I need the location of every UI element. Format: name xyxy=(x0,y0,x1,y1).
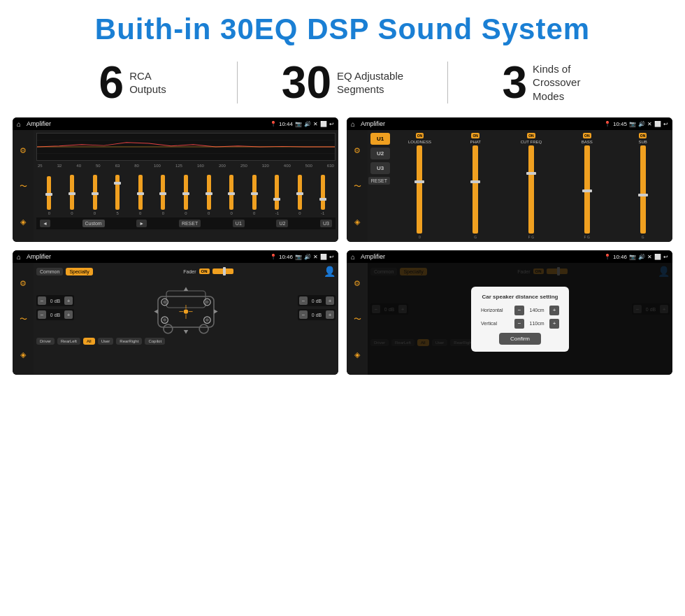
eq-icon-4[interactable]: ⚙ xyxy=(354,279,361,288)
speaker-icon-2[interactable]: ◈ xyxy=(354,217,360,227)
stat-rca-desc: RCA Outputs xyxy=(129,69,166,96)
eq-u2-btn[interactable]: U2 xyxy=(276,220,288,227)
eq-slider-2: 0 xyxy=(93,175,97,215)
eq-next-btn[interactable]: ► xyxy=(136,220,147,227)
db-minus-bl[interactable]: − xyxy=(38,310,46,319)
fader-copilot-btn[interactable]: Copilot xyxy=(145,338,165,345)
distance-sidebar: ⚙ 〜 ◈ xyxy=(347,263,368,375)
fader-all-btn[interactable]: All xyxy=(83,338,95,345)
stat-eq-number: 30 xyxy=(282,60,331,105)
fader-user-btn[interactable]: User xyxy=(98,338,114,345)
crossover-sliders: ON LOUDNESS 0 ON PHAT G xyxy=(393,133,670,239)
eq-track-9[interactable] xyxy=(252,175,257,210)
distance-body: ⚙ 〜 ◈ Common Specialty Fader ON 👤 xyxy=(347,263,672,375)
home-icon[interactable]: ⌂ xyxy=(17,120,21,128)
speaker-icon-4[interactable]: ◈ xyxy=(354,350,360,359)
vertical-ctrl: − 110cm + xyxy=(514,319,559,329)
crossover-status-bar: ⌂ Amplifier 📍 10:45 📷 🔊 ✕ ⬜ ↩ xyxy=(347,117,672,130)
eq-track-12[interactable] xyxy=(321,175,325,210)
phat-track[interactable] xyxy=(473,145,478,234)
wave-icon-4[interactable]: 〜 xyxy=(354,314,361,324)
eq-slider-6: 0 xyxy=(184,175,188,215)
db-minus-br[interactable]: − xyxy=(299,310,308,319)
eq-track-4[interactable] xyxy=(138,175,143,210)
bass-track[interactable] xyxy=(584,145,590,234)
fader-rearleft-btn[interactable]: RearLeft xyxy=(57,338,80,345)
stat-crossover-number: 3 xyxy=(503,60,528,105)
close-icon-4: ✕ xyxy=(647,254,652,260)
sub-on[interactable]: ON xyxy=(639,133,647,138)
phat-on[interactable]: ON xyxy=(471,133,480,138)
db-plus-tr[interactable]: + xyxy=(326,296,334,305)
eq-track-8[interactable] xyxy=(229,175,233,210)
wave-icon-2[interactable]: 〜 xyxy=(354,181,361,192)
eq-icon-2[interactable]: ⚙ xyxy=(354,146,361,155)
fader-driver-btn[interactable]: Driver xyxy=(36,338,55,345)
preset-u2[interactable]: U2 xyxy=(370,148,390,159)
eq-icon-3[interactable]: ⚙ xyxy=(20,279,27,288)
eq-slider-8: 0 xyxy=(229,175,233,215)
eq-track-2[interactable] xyxy=(93,175,97,210)
db-plus-br[interactable]: + xyxy=(326,310,334,319)
vertical-minus-btn[interactable]: − xyxy=(514,319,524,329)
distance-status-bar: ⌂ Amplifier 📍 10:46 📷 🔊 ✕ ⬜ ↩ xyxy=(347,250,672,263)
eq-slider-7: 0 xyxy=(207,175,211,215)
cutfreq-track[interactable] xyxy=(528,145,534,234)
eq-prev-btn[interactable]: ◄ xyxy=(40,220,50,227)
eq-track-7[interactable] xyxy=(207,175,211,210)
preset-u3[interactable]: U3 xyxy=(370,162,390,174)
eq-track-1[interactable] xyxy=(70,175,74,210)
vertical-plus-btn[interactable]: + xyxy=(549,319,559,329)
eq-track-11[interactable] xyxy=(298,175,302,210)
fader-on-btn[interactable]: ON xyxy=(199,268,210,274)
bass-on[interactable]: ON xyxy=(583,133,591,138)
close-icon-2: ✕ xyxy=(647,121,652,127)
fader-rearright-btn[interactable]: RearRight xyxy=(116,338,142,345)
back-icon-3: ↩ xyxy=(329,254,334,260)
home-icon-3[interactable]: ⌂ xyxy=(17,253,21,261)
eq-custom-btn[interactable]: Custom xyxy=(82,220,105,227)
eq-track-6[interactable] xyxy=(184,175,188,210)
loudness-track[interactable] xyxy=(417,145,422,234)
db-plus-tl[interactable]: + xyxy=(64,296,73,305)
eq-u1-btn[interactable]: U1 xyxy=(233,220,245,227)
camera-icon: 📷 xyxy=(295,121,302,127)
db-minus-tr[interactable]: − xyxy=(299,296,308,305)
eq-track-0[interactable] xyxy=(47,176,51,210)
wave-icon[interactable]: 〜 xyxy=(20,181,27,192)
speaker-icon-3[interactable]: ◈ xyxy=(20,350,26,359)
cross-col-cutfreq: ON CUT FREQ F G xyxy=(505,133,558,239)
horizontal-plus-btn[interactable]: + xyxy=(549,306,559,315)
eq-slider-1: 0 xyxy=(70,175,74,215)
fader-label: Fader xyxy=(183,269,196,274)
loudness-on[interactable]: ON xyxy=(416,133,424,138)
eq-track-3[interactable] xyxy=(115,175,120,210)
eq-slider-5: 0 xyxy=(161,175,165,215)
home-icon-2[interactable]: ⌂ xyxy=(351,120,355,128)
cutfreq-on[interactable]: ON xyxy=(527,133,535,138)
horizontal-ctrl: − 140cm + xyxy=(514,306,559,315)
eq-u3-btn[interactable]: U3 xyxy=(320,220,332,227)
fader-tab-common[interactable]: Common xyxy=(36,268,63,275)
sub-track[interactable] xyxy=(640,145,646,234)
phat-val: G xyxy=(474,235,477,239)
eq-icon[interactable]: ⚙ xyxy=(20,146,27,155)
db-plus-bl[interactable]: + xyxy=(64,310,73,319)
fader-slider[interactable] xyxy=(212,268,233,274)
stat-crossover: 3 Kinds of Crossover Modes xyxy=(448,60,657,105)
confirm-button[interactable]: Confirm xyxy=(499,333,541,345)
crossover-reset-btn[interactable]: RESET xyxy=(368,177,390,185)
fader-tab-specialty[interactable]: Specialty xyxy=(66,268,92,275)
speaker-icon[interactable]: ◈ xyxy=(20,217,26,227)
preset-u1[interactable]: U1 xyxy=(370,133,390,145)
eq-track-5[interactable] xyxy=(161,175,165,210)
wave-icon-3[interactable]: 〜 xyxy=(20,314,27,324)
home-icon-4[interactable]: ⌂ xyxy=(351,253,355,261)
eq-reset-btn[interactable]: RESET xyxy=(179,220,201,227)
sub-label: SUB xyxy=(638,140,647,144)
db-minus-tl[interactable]: − xyxy=(38,296,46,305)
fader-bottom-btns: Driver RearLeft All User RearRight Copil… xyxy=(36,338,336,345)
horizontal-minus-btn[interactable]: − xyxy=(514,306,524,315)
eq-track-10[interactable] xyxy=(275,175,279,210)
stat-crossover-desc: Kinds of Crossover Modes xyxy=(533,62,603,103)
